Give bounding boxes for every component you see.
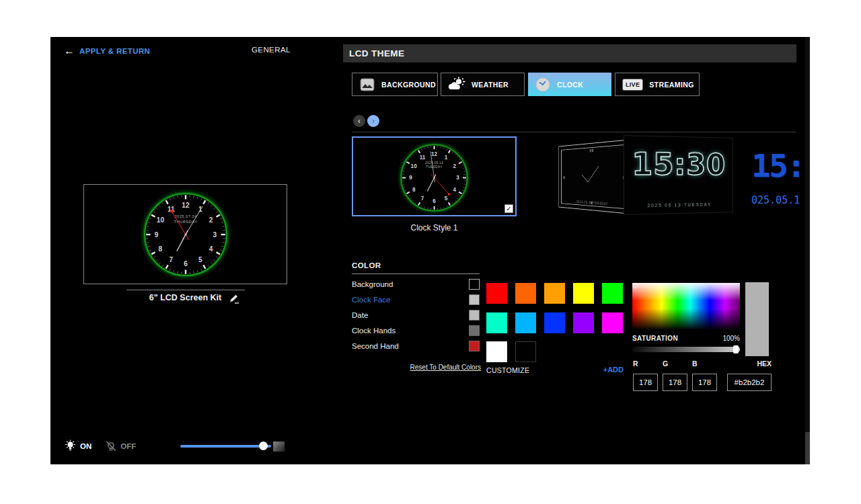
palette-swatch-orange[interactable] bbox=[515, 283, 536, 304]
clock-style-carousel: 1234567891011122025.05.13TUESDAY ✓ XII I… bbox=[352, 135, 805, 218]
palette-swatch-yellow[interactable] bbox=[573, 283, 594, 304]
scrollbar-track[interactable] bbox=[805, 37, 810, 464]
palette-swatch-purple[interactable] bbox=[573, 312, 594, 333]
color-spectrum-picker[interactable] bbox=[632, 283, 740, 329]
carousel-prev-button[interactable]: ‹ bbox=[353, 115, 365, 127]
carousel-next-button[interactable]: › bbox=[367, 115, 379, 127]
tab-background[interactable]: BACKGROUND bbox=[352, 73, 438, 96]
hex-input[interactable] bbox=[727, 374, 772, 391]
svg-text:8: 8 bbox=[412, 187, 416, 193]
backlight-on-toggle[interactable]: ON bbox=[64, 439, 91, 453]
panel-title-bar: LCD THEME bbox=[343, 44, 796, 62]
palette-swatch-red[interactable] bbox=[486, 283, 507, 304]
scrollbar-thumb[interactable] bbox=[805, 432, 810, 464]
palette-swatch-skyblue[interactable] bbox=[515, 312, 536, 333]
clock-style-1-label: Clock Style 1 bbox=[352, 223, 517, 233]
backlight-off-toggle[interactable]: OFF bbox=[105, 440, 136, 453]
color-item-swatch[interactable] bbox=[469, 310, 480, 321]
r-input[interactable] bbox=[633, 374, 658, 391]
tab-clock-label: CLOCK bbox=[557, 81, 583, 89]
svg-text:7: 7 bbox=[421, 196, 424, 202]
g-input[interactable] bbox=[663, 374, 687, 391]
color-item-swatch[interactable] bbox=[469, 341, 480, 351]
color-item-clock-face[interactable]: Clock Face bbox=[352, 294, 480, 305]
color-item-swatch[interactable] bbox=[469, 325, 480, 336]
clock-style-2-thumbnail[interactable]: XII III VI IX 2025.05.13 TUESDAY bbox=[558, 139, 632, 214]
palette-swatch-empty[interactable] bbox=[515, 341, 536, 362]
svg-text:2: 2 bbox=[209, 216, 213, 223]
svg-text:2025.07.24: 2025.07.24 bbox=[174, 214, 197, 218]
analog-clock-preview: 1234567891011122025.07.24THURSDAY bbox=[139, 187, 233, 282]
svg-text:3: 3 bbox=[456, 175, 459, 181]
device-name-label: 6" LCD Screen Kit bbox=[83, 293, 287, 302]
color-item-clock-hands[interactable]: Clock Hands bbox=[352, 325, 480, 336]
palette-swatch-magenta[interactable] bbox=[602, 312, 623, 333]
saturation-slider-handle[interactable] bbox=[733, 345, 739, 353]
carousel-divider bbox=[352, 132, 796, 132]
svg-text:12: 12 bbox=[182, 202, 190, 209]
svg-text:TUESDAY: TUESDAY bbox=[426, 165, 443, 169]
tab-weather[interactable]: WEATHER bbox=[441, 73, 525, 96]
neon-clock-date: 2025.05.13 TUESDAY bbox=[624, 202, 733, 208]
brightness-slider[interactable] bbox=[180, 445, 271, 448]
hex-label: HEX bbox=[752, 360, 772, 368]
apply-return-button[interactable]: ← APPLY & RETURN bbox=[64, 46, 150, 56]
palette-swatch-green[interactable] bbox=[602, 283, 623, 304]
device-name-row: 6" LCD Screen Kit bbox=[83, 290, 287, 302]
spectrum-marker[interactable] bbox=[633, 284, 638, 288]
brightness-gradient-icon bbox=[273, 442, 285, 452]
reset-default-colors-link[interactable]: Reset To Default Colors bbox=[352, 364, 481, 371]
bulb-on-icon bbox=[64, 439, 77, 453]
bulb-off-icon bbox=[105, 440, 117, 453]
clock-style-1-thumbnail[interactable]: 1234567891011122025.05.13TUESDAY ✓ bbox=[352, 136, 517, 216]
color-item-second-hand[interactable]: Second Hand bbox=[352, 340, 480, 351]
saturation-slider[interactable] bbox=[632, 347, 740, 352]
palette-swatch-white[interactable] bbox=[486, 341, 507, 362]
svg-text:9: 9 bbox=[154, 230, 158, 238]
color-item-label: Second Hand bbox=[352, 342, 399, 350]
color-item-date[interactable]: Date bbox=[352, 309, 480, 321]
r-label: R bbox=[633, 360, 638, 368]
tab-streaming[interactable]: LIVE STREAMING bbox=[615, 73, 700, 96]
color-item-swatch[interactable] bbox=[469, 279, 480, 290]
svg-text:9: 9 bbox=[409, 175, 412, 181]
svg-text:10: 10 bbox=[156, 216, 164, 223]
brightness-slider-handle[interactable] bbox=[259, 442, 268, 450]
color-item-background[interactable]: Background bbox=[352, 278, 480, 290]
color-item-label: Clock Hands bbox=[352, 327, 396, 335]
profile-dropdown-value: GENERAL bbox=[252, 46, 291, 54]
palette-swatch-mint[interactable] bbox=[486, 312, 507, 333]
add-color-button[interactable]: +ADD bbox=[573, 366, 624, 374]
color-section-title: COLOR bbox=[352, 261, 381, 269]
current-color-swatch bbox=[745, 282, 769, 356]
svg-text:5: 5 bbox=[198, 256, 202, 263]
pixel-clock-date: 025.05.1 bbox=[751, 194, 800, 206]
saturation-value: 100% bbox=[632, 335, 740, 342]
edit-pencil-icon[interactable] bbox=[229, 294, 239, 304]
svg-text:6: 6 bbox=[184, 259, 188, 267]
svg-text:4: 4 bbox=[453, 187, 457, 193]
svg-text:4: 4 bbox=[209, 245, 213, 253]
selected-checkbox[interactable]: ✓ bbox=[504, 204, 513, 213]
image-icon bbox=[359, 77, 375, 93]
palette-swatch-amber[interactable] bbox=[544, 283, 565, 304]
tab-clock[interactable]: CLOCK bbox=[528, 73, 611, 96]
app-window: ← APPLY & RETURN GENERAL ▾ LCD THEME BAC… bbox=[50, 37, 805, 464]
apply-return-label: APPLY & RETURN bbox=[79, 47, 150, 55]
neon-clock-time: 15:30 bbox=[624, 145, 733, 182]
clock-style-3-thumbnail[interactable]: 15:30 2025.05.13 TUESDAY bbox=[624, 135, 733, 215]
color-item-swatch[interactable] bbox=[469, 294, 480, 305]
clock-style-4-thumbnail[interactable]: 15: 025.05.1 bbox=[751, 139, 805, 214]
svg-text:2025.05.13: 2025.05.13 bbox=[425, 161, 443, 165]
palette-swatch-blue[interactable] bbox=[544, 312, 565, 333]
page: ← APPLY & RETURN GENERAL ▾ LCD THEME BAC… bbox=[0, 0, 861, 504]
svg-text:7: 7 bbox=[169, 256, 173, 263]
customize-label: CUSTOMIZE bbox=[486, 366, 529, 374]
svg-text:10: 10 bbox=[411, 163, 418, 169]
live-icon: LIVE bbox=[622, 79, 643, 91]
color-section-divider bbox=[352, 274, 480, 274]
svg-text:1: 1 bbox=[445, 155, 448, 161]
b-input[interactable] bbox=[692, 374, 717, 391]
page-title: LCD THEME bbox=[349, 48, 404, 58]
color-item-label: Date bbox=[352, 311, 368, 319]
